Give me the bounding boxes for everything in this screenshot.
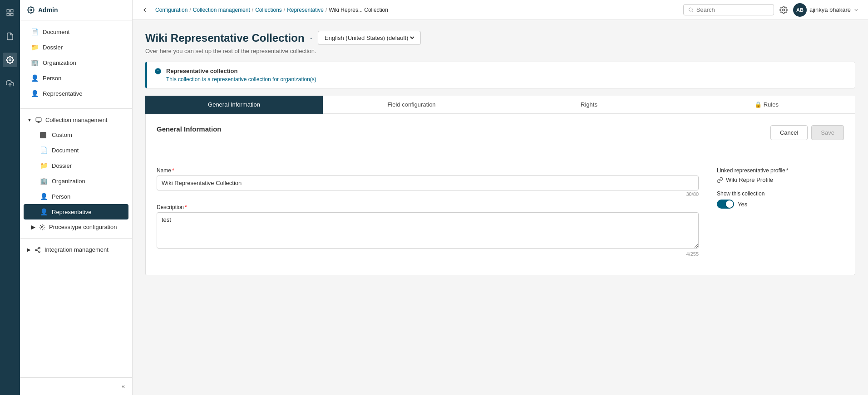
chevron-right-icon: ▶ xyxy=(31,224,35,230)
description-textarea[interactable]: test xyxy=(157,212,699,249)
icon-bar-docs[interactable] xyxy=(3,29,17,44)
settings-gear-icon[interactable] xyxy=(779,6,788,14)
chevron-right-integration-icon: ▶ xyxy=(27,247,31,252)
sidebar-item-person[interactable]: 👤 Person xyxy=(20,70,132,86)
show-collection-toggle[interactable] xyxy=(717,200,734,209)
breadcrumb-collections[interactable]: Collections xyxy=(255,7,282,13)
search-box[interactable] xyxy=(683,4,774,15)
sidebar-item-organization[interactable]: 🏢 Organization xyxy=(20,55,132,70)
info-banner-content: Representative collection This collectio… xyxy=(166,68,316,83)
breadcrumb: Configuration / Collection management / … xyxy=(155,7,388,13)
tab-rules[interactable]: 🔒 Rules xyxy=(678,96,855,114)
sidebar-collection-management-toggle[interactable]: ▼ Collection management xyxy=(20,112,132,127)
breadcrumb-representative[interactable]: Representative xyxy=(287,7,324,13)
linked-profile-label: Linked representative profile * xyxy=(717,167,844,174)
sidebar-subitem-document-label: Document xyxy=(52,147,79,154)
sidebar-top-section: 📄 Document 📁 Dossier 🏢 Organization 👤 Pe… xyxy=(20,20,132,105)
org-sub-icon: 🏢 xyxy=(40,177,47,185)
description-char-count: 4/255 xyxy=(157,251,699,257)
form-left-column: Name * 30/80 Description * test 4/255 xyxy=(157,167,699,264)
sidebar-subitem-dossier[interactable]: 📁 Dossier xyxy=(20,158,132,173)
sidebar-integration-toggle[interactable]: ▶ Integration management xyxy=(20,242,132,257)
integration-icon xyxy=(35,247,41,253)
description-required-marker: * xyxy=(185,204,187,210)
sidebar-subitem-representative-active[interactable]: 👤 Representative xyxy=(24,204,128,219)
page-title-row: Wiki Representative Collection · English… xyxy=(145,31,855,45)
name-label: Name * xyxy=(157,167,699,174)
integration-label: Integration management xyxy=(44,246,108,253)
description-field-group: Description * test 4/255 xyxy=(157,204,699,257)
sidebar-header: Admin xyxy=(20,0,132,20)
tab-general-information[interactable]: General Information xyxy=(145,96,323,114)
show-collection-group: Show this collection Yes xyxy=(717,190,844,209)
linked-profile-group: Linked representative profile * Wiki Rep… xyxy=(717,167,844,183)
page-title: Wiki Representative Collection xyxy=(145,32,305,44)
svg-point-10 xyxy=(41,226,43,228)
sidebar-integration-group: ▶ Integration management xyxy=(20,242,132,257)
svg-rect-2 xyxy=(7,14,9,16)
toggle-row: Yes xyxy=(717,200,844,209)
info-banner: Representative collection This collectio… xyxy=(145,62,855,88)
save-button[interactable]: Save xyxy=(811,125,844,140)
sidebar-subitem-representative-label: Representative xyxy=(52,209,91,215)
breadcrumb-sep-2: / xyxy=(252,7,253,13)
sidebar-subitem-organization-label: Organization xyxy=(52,178,85,185)
sidebar-item-dossier[interactable]: 📁 Dossier xyxy=(20,39,132,55)
svg-rect-3 xyxy=(11,14,13,16)
sidebar-item-organization-label: Organization xyxy=(43,59,76,66)
sidebar-item-person-label: Person xyxy=(43,75,61,82)
form-body: Name * 30/80 Description * test 4/255 xyxy=(157,149,844,264)
name-input[interactable] xyxy=(157,176,699,190)
linked-profile-required-marker: * xyxy=(786,167,789,174)
person-sub-icon: 👤 xyxy=(40,193,47,200)
sidebar-item-document[interactable]: 📄 Document xyxy=(20,24,132,39)
sidebar-subitem-person[interactable]: 👤 Person xyxy=(20,189,132,204)
svg-line-17 xyxy=(692,11,693,12)
sidebar-subitem-custom[interactable]: Custom xyxy=(20,127,132,142)
page-title-dot: · xyxy=(310,33,313,43)
breadcrumb-sep-4: / xyxy=(326,7,327,13)
sidebar-title: Admin xyxy=(38,6,58,14)
sidebar-subitem-dossier-label: Dossier xyxy=(52,162,72,169)
breadcrumb-configuration[interactable]: Configuration xyxy=(155,7,187,13)
sidebar-processtype-toggle[interactable]: ▶ Processtype configuration xyxy=(20,219,132,234)
back-button[interactable] xyxy=(142,7,148,13)
sidebar-item-document-label: Document xyxy=(43,29,69,35)
tab-rights[interactable]: Rights xyxy=(500,96,678,114)
representative-icon: 👤 xyxy=(31,90,38,97)
svg-rect-0 xyxy=(7,10,9,12)
search-icon xyxy=(688,7,694,13)
language-selector[interactable]: English (United States) (default) xyxy=(318,31,421,45)
processtype-icon xyxy=(39,224,45,230)
name-char-count: 30/80 xyxy=(157,191,699,197)
sidebar-subitem-person-label: Person xyxy=(52,193,70,200)
page-subtitle: Over here you can set up the rest of the… xyxy=(145,48,855,54)
sidebar-subitem-document[interactable]: 📄 Document xyxy=(20,142,132,158)
breadcrumb-collection-management[interactable]: Collection management xyxy=(193,7,250,13)
description-label: Description * xyxy=(157,204,699,210)
back-arrow-icon xyxy=(142,7,148,13)
sidebar-footer: « xyxy=(20,377,132,395)
search-input[interactable] xyxy=(696,6,769,13)
icon-bar-settings[interactable] xyxy=(3,53,17,67)
info-banner-title: Representative collection xyxy=(166,68,316,74)
sidebar-item-representative[interactable]: 👤 Representative xyxy=(20,86,132,101)
sidebar-subitem-custom-label: Custom xyxy=(52,132,72,138)
tab-field-configuration[interactable]: Field configuration xyxy=(323,96,500,114)
icon-bar-cloud[interactable] xyxy=(3,76,17,91)
cancel-button[interactable]: Cancel xyxy=(770,125,808,140)
svg-line-14 xyxy=(37,250,39,251)
doc-sub-icon: 📄 xyxy=(40,146,47,154)
chevron-down-icon: ▼ xyxy=(27,117,32,122)
icon-bar-grid[interactable] xyxy=(3,5,17,20)
user-info[interactable]: AB ajinkya bhakare xyxy=(793,3,859,17)
link-icon xyxy=(717,177,723,183)
user-chevron-down-icon xyxy=(853,7,859,13)
tabs: General Information Field configuration … xyxy=(145,96,855,114)
toggle-knob xyxy=(726,200,733,208)
lock-icon: 🔒 xyxy=(755,101,762,108)
form-card: General Information Cancel Save Name * xyxy=(145,114,855,275)
language-select-input[interactable]: English (United States) (default) xyxy=(323,34,416,42)
sidebar-subitem-organization[interactable]: 🏢 Organization xyxy=(20,173,132,189)
sidebar-collapse-button[interactable]: « xyxy=(122,383,125,390)
